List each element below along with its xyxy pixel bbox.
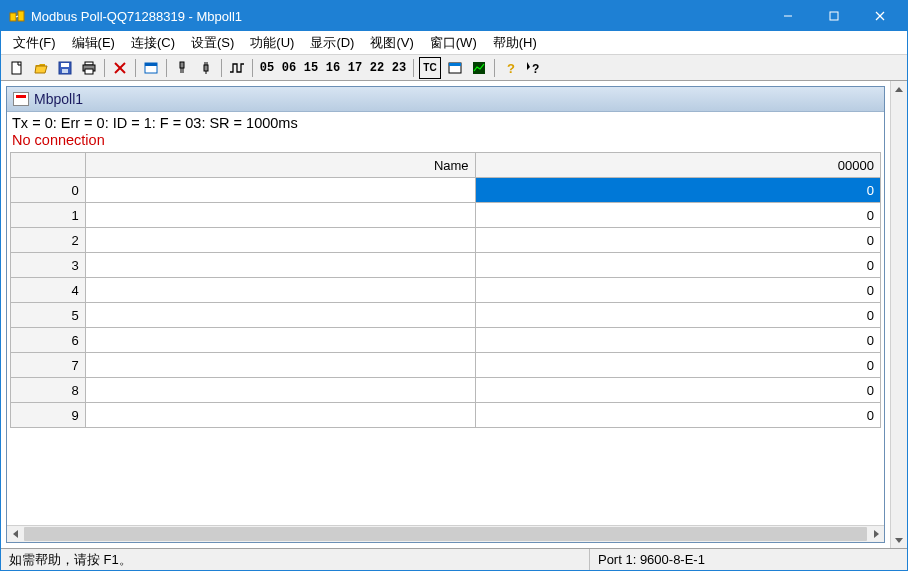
column-value-header[interactable]: 00000 (475, 153, 880, 178)
cell-value[interactable]: 0 (475, 403, 880, 428)
save-icon[interactable] (54, 57, 76, 79)
print-icon[interactable] (78, 57, 100, 79)
func-22-button[interactable]: 22 (366, 57, 388, 79)
cell-value[interactable]: 0 (475, 378, 880, 403)
scroll-right-arrow[interactable] (867, 526, 884, 542)
row-header[interactable]: 3 (11, 253, 86, 278)
separator (494, 59, 495, 77)
cell-value[interactable]: 0 (475, 303, 880, 328)
table-row[interactable]: 80 (11, 378, 881, 403)
pulse-icon[interactable] (226, 57, 248, 79)
svg-rect-0 (10, 13, 16, 21)
menu-file[interactable]: 文件(F) (5, 31, 64, 55)
cell-name[interactable] (85, 253, 475, 278)
scroll-left-arrow[interactable] (7, 526, 24, 542)
status-port-pane: Port 1: 9600-8-E-1 (590, 549, 907, 570)
cell-name[interactable] (85, 303, 475, 328)
menu-settings[interactable]: 设置(S) (183, 31, 242, 55)
cell-name[interactable] (85, 328, 475, 353)
table-row[interactable]: 40 (11, 278, 881, 303)
func-17-button[interactable]: 17 (344, 57, 366, 79)
scroll-thumb[interactable] (24, 527, 867, 541)
chart-icon[interactable] (468, 57, 490, 79)
connect-icon[interactable] (171, 57, 193, 79)
open-icon[interactable] (30, 57, 52, 79)
help-icon[interactable]: ? (499, 57, 521, 79)
table-row[interactable]: 70 (11, 353, 881, 378)
close-button[interactable] (857, 1, 903, 31)
app-icon (9, 8, 25, 24)
separator (413, 59, 414, 77)
svg-marker-31 (13, 530, 18, 538)
table-row[interactable]: 00 (11, 178, 881, 203)
row-header[interactable]: 5 (11, 303, 86, 328)
titlebar[interactable]: Modbus Poll-QQ71288319 - Mbpoll1 (1, 1, 907, 31)
status-help-pane: 如需帮助，请按 F1。 (1, 549, 590, 570)
table-row[interactable]: 90 (11, 403, 881, 428)
cell-value[interactable]: 0 (475, 203, 880, 228)
cell-value[interactable]: 0 (475, 228, 880, 253)
row-header[interactable]: 8 (11, 378, 86, 403)
svg-rect-17 (145, 63, 157, 66)
delete-icon[interactable] (109, 57, 131, 79)
func-05-button[interactable]: 05 (256, 57, 278, 79)
menu-view[interactable]: 视图(V) (362, 31, 421, 55)
menu-function[interactable]: 功能(U) (242, 31, 302, 55)
scroll-down-arrow[interactable] (891, 531, 907, 548)
cell-value[interactable]: 0 (475, 278, 880, 303)
row-header[interactable]: 4 (11, 278, 86, 303)
row-header[interactable]: 1 (11, 203, 86, 228)
cell-value[interactable]: 0 (475, 178, 880, 203)
menu-display[interactable]: 显示(D) (302, 31, 362, 55)
cell-value[interactable]: 0 (475, 353, 880, 378)
func-06-button[interactable]: 06 (278, 57, 300, 79)
row-header[interactable]: 2 (11, 228, 86, 253)
cell-name[interactable] (85, 203, 475, 228)
table-row[interactable]: 50 (11, 303, 881, 328)
child-horizontal-scrollbar[interactable] (7, 525, 884, 542)
svg-marker-32 (874, 530, 879, 538)
cell-name[interactable] (85, 378, 475, 403)
tc-button[interactable]: TC (419, 57, 441, 79)
child-titlebar[interactable]: Mbpoll1 (7, 87, 884, 112)
cell-value[interactable]: 0 (475, 328, 880, 353)
window-icon[interactable] (140, 57, 162, 79)
table-row[interactable]: 20 (11, 228, 881, 253)
func-23-button[interactable]: 23 (388, 57, 410, 79)
cell-name[interactable] (85, 228, 475, 253)
toolbar: 05 06 15 16 17 22 23 TC ? ? (1, 55, 907, 81)
cell-name[interactable] (85, 353, 475, 378)
table-row[interactable]: 30 (11, 253, 881, 278)
maximize-button[interactable] (811, 1, 857, 31)
menu-connect[interactable]: 连接(C) (123, 31, 183, 55)
scroll-up-arrow[interactable] (891, 81, 907, 98)
statusbar: 如需帮助，请按 F1。 Port 1: 9600-8-E-1 (1, 548, 907, 570)
row-header[interactable]: 0 (11, 178, 86, 203)
row-header[interactable]: 7 (11, 353, 86, 378)
svg-rect-18 (180, 62, 184, 68)
new-icon[interactable] (6, 57, 28, 79)
svg-rect-1 (18, 11, 24, 21)
cell-name[interactable] (85, 403, 475, 428)
context-help-icon[interactable]: ? (523, 57, 545, 79)
minimize-button[interactable] (765, 1, 811, 31)
column-name-header[interactable]: Name (85, 153, 475, 178)
cell-name[interactable] (85, 178, 475, 203)
menu-help[interactable]: 帮助(H) (485, 31, 545, 55)
disconnect-icon[interactable] (195, 57, 217, 79)
row-header[interactable]: 9 (11, 403, 86, 428)
table-row[interactable]: 60 (11, 328, 881, 353)
register-table[interactable]: Name 00000 00102030405060708090 (10, 152, 881, 428)
terminal-icon[interactable] (444, 57, 466, 79)
connection-error: No connection (10, 132, 881, 152)
cell-name[interactable] (85, 278, 475, 303)
row-header[interactable]: 6 (11, 328, 86, 353)
menu-window[interactable]: 窗口(W) (422, 31, 485, 55)
func-15-button[interactable]: 15 (300, 57, 322, 79)
separator (166, 59, 167, 77)
outer-vertical-scrollbar[interactable] (890, 81, 907, 548)
func-16-button[interactable]: 16 (322, 57, 344, 79)
table-row[interactable]: 10 (11, 203, 881, 228)
menu-edit[interactable]: 编辑(E) (64, 31, 123, 55)
cell-value[interactable]: 0 (475, 253, 880, 278)
